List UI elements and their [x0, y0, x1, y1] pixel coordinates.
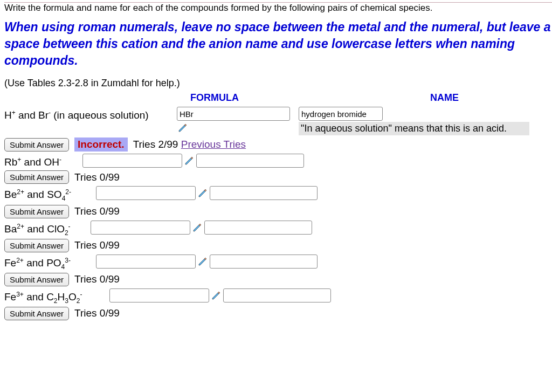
column-headers: FORMULA NAME [4, 92, 552, 104]
edit-icon[interactable] [198, 257, 208, 266]
formula-input-1[interactable] [177, 107, 290, 121]
tries-count-5: Tries 0/99 [74, 273, 120, 285]
species-pair-4: Ba2+ and ClO2- [4, 221, 91, 237]
species-pair-3: Be2+ and SO42- [4, 186, 96, 202]
formula-input-2[interactable] [82, 154, 182, 168]
edit-icon[interactable] [192, 223, 202, 232]
name-input-3[interactable] [210, 186, 318, 200]
edit-icon[interactable] [198, 188, 208, 198]
formula-input-5[interactable] [96, 255, 196, 269]
submit-button-1[interactable]: Submit Answer [4, 138, 69, 152]
submit-button-4[interactable]: Submit Answer [4, 239, 69, 252]
submit-button-2[interactable]: Submit Answer [4, 170, 69, 184]
feedback-text-1: "In aqueous solution" means that this is… [299, 122, 529, 135]
edit-icon[interactable] [211, 291, 221, 300]
help-text: (Use Tables 2.3-2.8 in Zumdahl for help.… [4, 78, 552, 89]
species-pair-1: H+ and Br- (in aqueous solution) [4, 107, 177, 135]
name-header: NAME [349, 92, 459, 104]
instructions-text: When using roman numerals, leave no spac… [4, 19, 552, 69]
formula-input-6[interactable] [109, 288, 209, 302]
formula-input-4[interactable] [91, 221, 190, 235]
name-input-6[interactable] [223, 288, 331, 302]
tries-count-4: Tries 0/99 [74, 239, 120, 251]
incorrect-badge: Incorrect. [74, 137, 128, 152]
edit-icon[interactable] [178, 123, 188, 133]
question-text: Write the formula and name for each of t… [4, 2, 552, 13]
submit-button-5[interactable]: Submit Answer [4, 273, 69, 286]
formula-input-3[interactable] [96, 186, 196, 200]
submit-button-3[interactable]: Submit Answer [4, 205, 69, 218]
tries-count-3: Tries 0/99 [74, 205, 120, 217]
submit-button-6[interactable]: Submit Answer [4, 307, 69, 320]
name-input-1[interactable] [299, 107, 383, 121]
edit-icon[interactable] [184, 156, 194, 166]
tries-count-2: Tries 0/99 [74, 171, 120, 183]
name-input-5[interactable] [210, 255, 318, 269]
previous-tries-link[interactable]: Previous Tries [181, 139, 246, 150]
tries-count-1: Tries 2/99 Previous Tries [133, 139, 246, 150]
species-pair-2: Rb+ and OH- [4, 154, 82, 168]
species-pair-5: Fe2+ and PO43- [4, 255, 96, 271]
formula-header: FORMULA [190, 92, 349, 104]
species-pair-6: Fe3+ and C2H3O2- [4, 288, 109, 305]
tries-count-6: Tries 0/99 [74, 307, 120, 319]
name-input-2[interactable] [196, 154, 304, 168]
name-input-4[interactable] [204, 221, 312, 235]
